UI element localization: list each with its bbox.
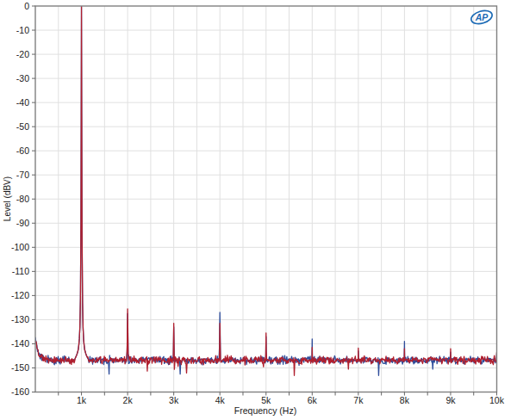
svg-text:-50: -50 <box>16 121 29 132</box>
logo-text: AP <box>475 12 489 22</box>
svg-text:-140: -140 <box>11 338 29 349</box>
svg-text:3k: 3k <box>169 395 179 405</box>
svg-text:2k: 2k <box>123 395 134 405</box>
svg-text:0: 0 <box>24 1 29 11</box>
svg-text:-20: -20 <box>16 49 29 59</box>
svg-text:-30: -30 <box>16 73 29 83</box>
svg-text:1k: 1k <box>77 395 87 405</box>
svg-text:-100: -100 <box>11 242 29 252</box>
svg-text:-110: -110 <box>12 266 29 276</box>
svg-text:-60: -60 <box>16 145 29 156</box>
fft-spectrum-chart: 0-10-20-30-40-50-60-70-80-90-100-110-120… <box>0 0 517 420</box>
svg-text:7k: 7k <box>353 395 364 405</box>
svg-text:-90: -90 <box>16 218 29 228</box>
svg-text:-80: -80 <box>16 194 29 204</box>
svg-text:10k: 10k <box>489 395 505 405</box>
svg-text:-150: -150 <box>11 362 29 373</box>
svg-text:-120: -120 <box>11 290 29 300</box>
svg-text:-10: -10 <box>16 25 29 35</box>
y-axis-tick-labels: 0-10-20-30-40-50-60-70-80-90-100-110-120… <box>11 1 29 398</box>
svg-text:9k: 9k <box>445 395 456 405</box>
svg-text:6k: 6k <box>308 395 318 405</box>
svg-text:5k: 5k <box>261 395 271 405</box>
svg-text:8k: 8k <box>400 395 410 405</box>
svg-text:-40: -40 <box>16 97 29 108</box>
y-axis-title: Level (dBV) <box>3 176 12 221</box>
spectrum-plot: 0-10-20-30-40-50-60-70-80-90-100-110-120… <box>0 0 517 420</box>
svg-text:-70: -70 <box>16 170 29 180</box>
svg-text:4k: 4k <box>215 395 226 405</box>
svg-text:-130: -130 <box>11 314 29 324</box>
svg-text:-160: -160 <box>11 386 29 397</box>
x-axis-tick-labels: 1k2k3k4k5k6k7k8k9k10k <box>77 395 505 405</box>
x-axis-title: Frequency (Hz) <box>234 405 296 416</box>
